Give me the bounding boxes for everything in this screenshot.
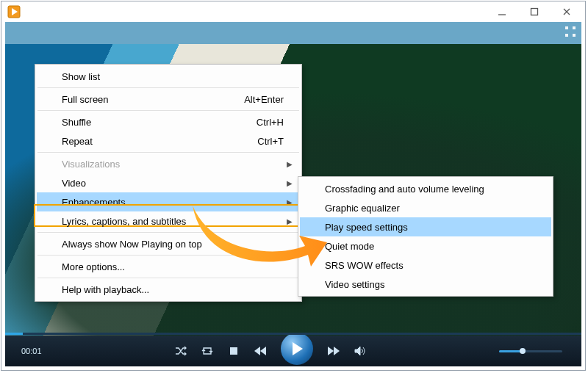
menu-video[interactable]: Video▶ xyxy=(37,173,300,192)
submenu-quiet-mode[interactable]: Quiet mode xyxy=(300,236,551,256)
svg-marker-12 xyxy=(334,347,340,355)
video-area[interactable]: Show list Full screenAlt+Enter ShuffleCt… xyxy=(5,22,581,366)
chevron-right-icon: ▶ xyxy=(287,198,293,206)
svg-line-5 xyxy=(564,9,570,15)
chevron-right-icon: ▶ xyxy=(287,217,293,225)
menu-separator xyxy=(37,232,299,233)
close-button[interactable] xyxy=(556,4,578,19)
submenu-equalizer[interactable]: Graphic equalizer xyxy=(300,198,551,217)
menu-separator xyxy=(37,87,299,88)
next-button[interactable] xyxy=(326,344,341,358)
mute-button[interactable] xyxy=(353,344,368,358)
app-icon xyxy=(7,5,21,18)
submenu-play-speed[interactable]: Play speed settings xyxy=(300,217,551,236)
menu-enhancements[interactable]: Enhancements▶ xyxy=(37,192,300,211)
minimize-button[interactable] xyxy=(491,4,513,19)
submenu-srs-wow[interactable]: SRS WOW effects xyxy=(300,256,551,275)
app-window: Show list Full screenAlt+Enter ShuffleCt… xyxy=(1,1,586,371)
menu-separator xyxy=(37,152,299,153)
menu-always-on-top[interactable]: Always show Now Playing on top xyxy=(37,234,300,253)
menu-full-screen[interactable]: Full screenAlt+Enter xyxy=(37,90,300,109)
svg-marker-11 xyxy=(328,347,334,355)
window-buttons xyxy=(491,4,578,19)
repeat-button[interactable] xyxy=(200,344,215,358)
volume-fill xyxy=(499,350,521,352)
chevron-right-icon: ▶ xyxy=(287,160,293,168)
menu-lyrics[interactable]: Lyrics, captions, and subtitles▶ xyxy=(37,211,300,231)
enhancements-submenu: Crossfading and auto volume leveling Gra… xyxy=(298,176,553,297)
svg-rect-7 xyxy=(230,347,237,355)
maximize-button[interactable] xyxy=(523,4,545,19)
chevron-right-icon: ▶ xyxy=(287,179,293,187)
menu-separator xyxy=(37,278,299,278)
stop-button[interactable] xyxy=(226,344,241,358)
menu-show-list[interactable]: Show list xyxy=(37,67,300,86)
menu-separator xyxy=(37,255,299,256)
menu-more-options[interactable]: More options... xyxy=(37,257,300,276)
titlebar xyxy=(1,1,585,22)
playback-controls: 00:01 xyxy=(5,336,581,366)
context-menu: Show list Full screenAlt+Enter ShuffleCt… xyxy=(35,64,302,302)
menu-separator xyxy=(37,110,299,111)
submenu-crossfade[interactable]: Crossfading and auto volume leveling xyxy=(300,179,551,198)
svg-marker-10 xyxy=(293,342,303,355)
menu-repeat[interactable]: RepeatCtrl+T xyxy=(37,131,300,151)
play-button[interactable] xyxy=(281,333,313,365)
shuffle-button[interactable] xyxy=(173,344,188,358)
volume-area xyxy=(499,350,562,352)
menu-visualizations: Visualizations▶ xyxy=(37,154,300,173)
overlay-toggle-icon[interactable] xyxy=(565,26,576,37)
seek-bar[interactable] xyxy=(5,333,581,335)
submenu-video-settings[interactable]: Video settings xyxy=(300,275,551,294)
menu-help[interactable]: Help with playback... xyxy=(37,280,300,299)
previous-button[interactable] xyxy=(253,344,268,358)
elapsed-time: 00:01 xyxy=(21,347,42,355)
svg-line-4 xyxy=(564,9,570,15)
svg-marker-8 xyxy=(260,347,266,355)
svg-rect-3 xyxy=(531,9,538,15)
volume-thumb[interactable] xyxy=(520,348,526,354)
seek-fill xyxy=(5,333,23,335)
volume-slider[interactable] xyxy=(499,350,562,352)
menu-shuffle[interactable]: ShuffleCtrl+H xyxy=(37,112,300,131)
svg-marker-9 xyxy=(254,347,260,355)
svg-marker-13 xyxy=(355,347,360,355)
